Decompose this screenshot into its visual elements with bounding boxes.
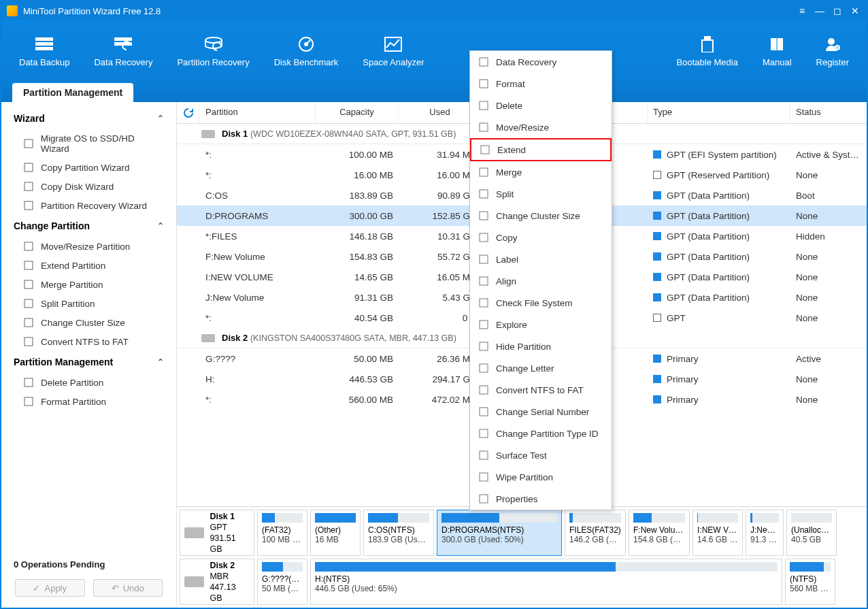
minimize-button[interactable]: ―	[814, 5, 826, 17]
recovery-icon	[114, 35, 132, 53]
disk-map-partition[interactable]: (FAT32)100 MB (Used: 31%)	[257, 510, 307, 556]
sidebar-item[interactable]: Format Partition	[1, 392, 176, 411]
action-icon	[23, 260, 34, 271]
toolbar-bootable-media[interactable]: Bootable Media	[665, 30, 750, 73]
menu-item-icon	[478, 188, 489, 199]
disk-map-partition[interactable]: I:NEW VOLUME14.6 GB (Used: 0%)	[692, 510, 743, 556]
col-status[interactable]: Status	[790, 102, 865, 123]
context-menu-item[interactable]: Split	[470, 183, 612, 205]
context-menu-item[interactable]: Format	[470, 73, 612, 95]
toolbar-label: Register	[816, 57, 849, 67]
context-menu-item[interactable]: Properties	[470, 488, 612, 510]
context-menu-item[interactable]: Change Cluster Size	[470, 205, 612, 227]
menu-item-icon	[478, 406, 489, 417]
disk-map-partition[interactable]: (NTFS)560 MB (Used: 84%)	[785, 559, 835, 605]
analyzer-icon	[384, 35, 402, 53]
menu-item-icon	[478, 493, 489, 504]
context-menu-item[interactable]: Extend	[470, 138, 612, 161]
sidebar-item[interactable]: Copy Partition Wizard	[1, 158, 176, 177]
disk-map-partition[interactable]: (Other)16 MB	[310, 510, 361, 556]
partition-status: Hidden	[790, 231, 865, 242]
context-menu-item[interactable]: Check File System	[470, 292, 612, 314]
pending-operations: 0 Operations Pending	[1, 555, 176, 574]
apply-button[interactable]: ✓Apply	[15, 579, 85, 597]
context-menu-item[interactable]: Explore	[470, 314, 612, 335]
usage-bar	[368, 513, 429, 523]
sidebar-item[interactable]: Extend Partition	[1, 256, 176, 275]
menu-icon[interactable]: ≡	[796, 5, 808, 17]
menu-item-label: Explore	[496, 320, 527, 330]
sidebar-group-header[interactable]: Change Partition⌃	[1, 215, 176, 237]
col-type[interactable]: Type	[648, 102, 790, 123]
svg-rect-29	[24, 397, 33, 406]
context-menu-item[interactable]: Change Serial Number	[470, 401, 612, 423]
context-menu-item[interactable]: Surface Test	[470, 444, 612, 466]
context-menu-item[interactable]: Convert NTFS to FAT	[470, 379, 612, 401]
sidebar-item[interactable]: Delete Partition	[1, 373, 176, 392]
undo-button[interactable]: ↶Undo	[93, 579, 163, 597]
sidebar-item[interactable]: Split Partition	[1, 294, 176, 313]
menu-item-label: Merge	[496, 167, 522, 178]
menu-item-label: Data Recovery	[496, 57, 556, 67]
context-menu-item[interactable]: Hide Partition	[470, 335, 612, 357]
svg-rect-46	[480, 408, 488, 416]
context-menu-item[interactable]: Label	[470, 248, 612, 270]
sidebar-item-label: Migrate OS to SSD/HD Wizard	[41, 133, 164, 154]
disk-map-partition[interactable]: G:????(NTFS)50 MB (Used: 52%)	[257, 559, 307, 605]
partition-status: None	[790, 252, 865, 262]
partition-status: None	[790, 374, 865, 384]
context-menu-item[interactable]: Change Letter	[470, 357, 612, 379]
disk-map-partition[interactable]: D:PROGRAMS(NTFS)300.0 GB (Used: 50%)	[437, 510, 562, 556]
partition-map-size: 154.8 GB (Used: 36%)	[633, 535, 685, 544]
svg-rect-22	[24, 242, 33, 250]
menu-item-label: Hide Partition	[496, 342, 551, 352]
context-menu-item[interactable]: Align	[470, 270, 612, 292]
sidebar-item[interactable]: Move/Resize Partition	[1, 237, 176, 256]
context-menu-item[interactable]: Change Partition Type ID	[470, 423, 612, 444]
context-menu-item[interactable]: Copy	[470, 227, 612, 248]
col-partition[interactable]: Partition	[200, 102, 316, 123]
partition-capacity: 154.83 GB	[316, 252, 399, 262]
sidebar-group-header[interactable]: Partition Management⌃	[1, 351, 176, 373]
refresh-button[interactable]	[177, 102, 200, 123]
disk-map-partition[interactable]: FILES(FAT32)146.2 GB (Used: 7%)	[565, 510, 626, 556]
toolbar-space-analyzer[interactable]: Space Analyzer	[350, 30, 436, 73]
maximize-button[interactable]: ◻	[831, 5, 844, 17]
disk-map-header[interactable]: Disk 1GPT931.51 GB	[180, 510, 254, 556]
context-menu-item[interactable]: Data Recovery	[470, 51, 612, 73]
sidebar-item[interactable]: Merge Partition	[1, 275, 176, 294]
toolbar-data-backup[interactable]: Data Backup	[7, 30, 82, 73]
toolbar-partition-recovery[interactable]: Partition Recovery	[165, 30, 261, 73]
sidebar-item[interactable]: Convert NTFS to FAT	[1, 332, 176, 351]
sidebar-group-header[interactable]: Wizard⌃	[1, 108, 176, 129]
sidebar-item[interactable]: Migrate OS to SSD/HD Wizard	[1, 129, 176, 158]
tab-partition-management[interactable]: Partition Management	[12, 83, 133, 102]
toolbar-data-recovery[interactable]: Data Recovery	[82, 30, 165, 73]
sidebar-item[interactable]: Change Cluster Size	[1, 313, 176, 332]
toolbar-manual[interactable]: Manual	[750, 30, 804, 73]
svg-rect-18	[24, 139, 33, 148]
toolbar-register[interactable]: Register	[804, 30, 861, 73]
sidebar-item[interactable]: Copy Disk Wizard	[1, 177, 176, 196]
sidebar-item[interactable]: Partition Recovery Wizard	[1, 196, 176, 215]
context-menu-item[interactable]: Wipe Partition	[470, 466, 612, 488]
context-menu[interactable]: Data RecoveryFormatDeleteMove/ResizeExte…	[469, 50, 612, 510]
disk-map-partition[interactable]: C:OS(NTFS)183.9 GB (Used: 49%)	[363, 510, 434, 556]
partition-status: None	[790, 395, 865, 405]
context-menu-item[interactable]: Move/Resize	[470, 116, 612, 138]
toolbar-disk-benchmark[interactable]: Disk Benchmark	[262, 30, 351, 73]
partition-name: C:OS	[200, 191, 316, 201]
disk-map-header[interactable]: Disk 2MBR447.13 GB	[180, 559, 254, 605]
partition-map-label: FILES(FAT32)	[569, 525, 621, 535]
type-color-icon	[653, 212, 661, 220]
disk-map-partition[interactable]: J:New Volume91.3 GB	[746, 510, 784, 556]
disk-map-partition[interactable]: (Unallocated)40.5 GB	[786, 510, 837, 556]
disk-map-partition[interactable]: F:New Volume(NTFS)154.8 GB (Used: 36%)	[629, 510, 690, 556]
type-color-icon	[653, 273, 661, 281]
col-capacity[interactable]: Capacity	[316, 102, 399, 123]
disk-map-partition[interactable]: H:(NTFS)446.5 GB (Used: 65%)	[310, 559, 782, 605]
context-menu-item[interactable]: Merge	[470, 161, 612, 183]
context-menu-item[interactable]: Delete	[470, 95, 612, 116]
close-button[interactable]: ✕	[849, 5, 861, 17]
action-icon	[23, 377, 34, 388]
